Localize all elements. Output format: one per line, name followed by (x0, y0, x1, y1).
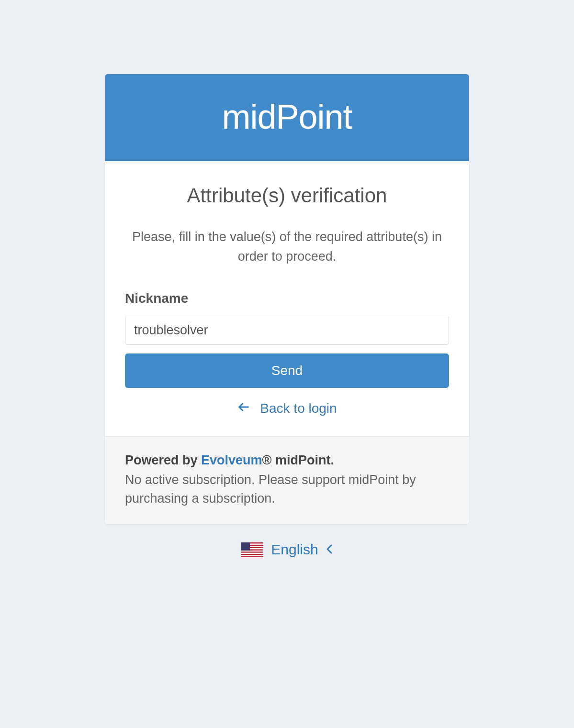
svg-rect-7 (241, 555, 263, 556)
us-flag-icon (241, 542, 263, 557)
brand-title: midPoint (114, 97, 460, 136)
language-selector[interactable]: English (241, 541, 332, 558)
send-button[interactable]: Send (125, 353, 449, 388)
nickname-input[interactable] (125, 316, 449, 345)
back-link-text: Back to login (260, 401, 337, 416)
card-body: Attribute(s) verification Please, fill i… (105, 161, 469, 436)
verification-card: midPoint Attribute(s) verification Pleas… (105, 74, 469, 524)
evolveum-link[interactable]: Evolveum (201, 453, 262, 467)
back-to-login-link[interactable]: Back to login (125, 400, 449, 416)
nickname-label: Nickname (125, 291, 449, 306)
svg-rect-6 (241, 552, 263, 553)
page-title: Attribute(s) verification (125, 184, 449, 207)
chevron-left-icon (326, 541, 333, 558)
svg-rect-8 (241, 542, 250, 551)
powered-by-text: Powered by Evolveum® midPoint. (125, 453, 449, 468)
page-description: Please, fill in the value(s) of the requ… (125, 227, 449, 266)
svg-rect-5 (241, 551, 263, 552)
language-label: English (271, 541, 318, 558)
subscription-text: No active subscription. Please support m… (125, 471, 449, 508)
card-header: midPoint (105, 74, 469, 161)
card-footer: Powered by Evolveum® midPoint. No active… (105, 436, 469, 524)
arrow-left-icon (237, 400, 250, 416)
